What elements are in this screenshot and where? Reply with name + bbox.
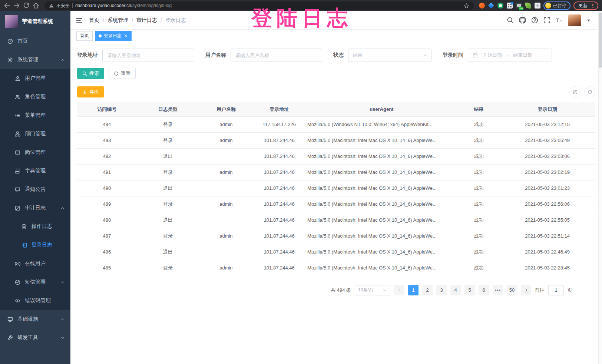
help-icon[interactable] [531, 17, 538, 24]
table-cell: 登录 [137, 260, 199, 276]
pagination: 共 494 条 10条/页 123456•••50 前往 1 页 [77, 285, 595, 295]
pagination-pages: 123456•••50 [408, 285, 517, 295]
table-cell: Mozilla/5.0 (Macintosh; Intel Mac OS X 1… [305, 148, 458, 164]
pagination-prev-button[interactable] [394, 285, 404, 295]
browser-reload-icon[interactable] [23, 2, 30, 9]
pagination-page-50[interactable]: 50 [507, 285, 517, 295]
sidebar-item-label: 研发工具 [17, 334, 38, 341]
breadcrumb-separator: / [161, 17, 162, 23]
caret-down-icon[interactable] [586, 18, 591, 23]
app-title: 芋道管理系统 [22, 18, 53, 25]
breadcrumb-item[interactable]: 首页 [89, 17, 99, 24]
table-cell: Mozilla/5.0 (Macintosh; Intel Mac OS X 1… [305, 196, 458, 212]
app-logo-row[interactable]: 芋道管理系统 [0, 11, 70, 32]
table-cell: Mozilla/5.0 (Macintosh; Intel Mac OS X 1… [305, 260, 458, 276]
sidebar-item-system-management[interactable]: 系统管理 [0, 50, 70, 69]
tag-label: 首页 [80, 33, 89, 39]
table-cell: 成功 [458, 132, 500, 148]
search-icon[interactable] [507, 17, 514, 24]
sidebar-item-home[interactable]: 首页 [0, 32, 70, 50]
page-size-select[interactable]: 10条/页 [355, 285, 390, 295]
table-cell: 成功 [458, 164, 500, 180]
login-log-table: 访问编号日志类型用户名称登录地址userAgent结果登录日期 494登录adm… [77, 102, 595, 276]
sidebar-item-post-management[interactable]: 岗位管理 [0, 143, 70, 162]
tag-登录日志[interactable]: 登录日志 [95, 31, 132, 41]
table-cell: 登录 [137, 196, 199, 212]
sidebar-item-sms-management[interactable]: 短信管理 [0, 273, 70, 291]
table-row: 486退出101.87.244.46Mozilla/5.0 (Macintosh… [77, 244, 595, 260]
refresh-table-button[interactable] [584, 86, 595, 97]
pagination-page-6[interactable]: 6 [479, 285, 489, 295]
search-button[interactable]: 搜索 [77, 68, 104, 79]
login-time-range-picker[interactable]: 开始日期 - 结束日期 [468, 49, 552, 62]
leaf-extension-icon[interactable] [525, 3, 531, 9]
hide-search-button[interactable] [569, 86, 580, 97]
sidebar-item-menu-management[interactable]: 菜单管理 [0, 106, 70, 125]
scrollbar-thumb[interactable] [599, 12, 602, 68]
browser-home-icon[interactable] [33, 2, 39, 9]
page-scrollbar[interactable] [598, 11, 602, 364]
sidebar-item-dict-management[interactable]: 字典管理 [0, 162, 70, 180]
sidebar-toggle-icon[interactable] [76, 17, 83, 24]
user-avatar[interactable] [568, 14, 581, 26]
sidebar-item-error-code-management[interactable]: 错误码管理 [0, 291, 70, 310]
pagination-page-5[interactable]: 5 [464, 285, 475, 295]
browser-profile-pill[interactable]: 已暂停 [543, 1, 570, 10]
reset-button[interactable]: 重置 [109, 68, 136, 79]
table-cell: 2021-05-03 22:55:05 [499, 212, 595, 228]
pagination-page-4[interactable]: 4 [450, 285, 461, 295]
status-select[interactable]: 结果 [348, 49, 431, 62]
doc-icon [22, 224, 27, 229]
sidebar-item-operation-log[interactable]: 操作日志 [0, 217, 70, 236]
table-cell: admin [199, 260, 254, 276]
sidebar-item-infrastructure[interactable]: 基础设施 [0, 310, 70, 328]
tag-首页[interactable]: 首页 [76, 31, 93, 41]
grid-extension-icon[interactable] [507, 3, 513, 9]
username-input[interactable] [231, 49, 322, 62]
pagination-page-1[interactable]: 1 [408, 285, 419, 295]
pagination-ellipsis[interactable]: ••• [493, 285, 503, 295]
blue-gem-extension-icon[interactable] [488, 3, 494, 9]
filter-group-status: 状态 结果 [333, 49, 431, 62]
sidebar-item-role-management[interactable]: 角色管理 [0, 87, 70, 106]
browser-forward-icon[interactable] [13, 2, 20, 9]
login-doc-icon [22, 242, 27, 248]
pagination-page-3[interactable]: 3 [436, 285, 447, 295]
browser-menu-icon[interactable]: ⋮ [591, 3, 595, 9]
sidebar-item-label: 审计日志 [25, 205, 46, 211]
table-cell: 成功 [458, 212, 500, 228]
fullscreen-icon[interactable] [543, 17, 550, 24]
sidebar-item-label: 首页 [17, 38, 28, 44]
breadcrumb-item[interactable]: 系统管理 [108, 17, 128, 24]
sidebar-item-audit-log[interactable]: 审计日志 [0, 199, 70, 217]
dashboard-icon [7, 39, 13, 44]
table-body: 494登录admin117.159.17.226Mozilla/5.0 (Win… [77, 116, 595, 276]
sidebar-item-user-management[interactable]: 用户管理 [0, 69, 70, 87]
font-size-icon[interactable]: TT [556, 17, 563, 24]
sidebar-item-label: 在线用户 [25, 260, 46, 267]
table-cell: 2021-05-03 23:12:15 [499, 116, 595, 132]
orange-circle-extension-icon[interactable] [479, 3, 485, 9]
pagination-next-button[interactable] [521, 285, 531, 295]
login-address-input[interactable] [102, 49, 194, 62]
pagination-page-2[interactable]: 2 [422, 285, 433, 295]
sidebar-item-notice-announcement[interactable]: 通知公告 [0, 180, 70, 199]
puzzle-extension-icon[interactable] [535, 3, 540, 9]
green-circle-extension-icon[interactable] [497, 3, 503, 9]
breadcrumb-item[interactable]: 审计日志 [136, 17, 157, 24]
bookmark-star-icon[interactable] [464, 3, 469, 9]
sidebar-item-online-users[interactable]: 在线用户 [0, 254, 70, 273]
export-button[interactable]: 导出 [77, 86, 104, 97]
table-cell: 成功 [458, 180, 500, 196]
browser-update-button[interactable]: 更新 ⋮ [573, 1, 598, 10]
list-on-extension-icon[interactable]: on [516, 3, 522, 9]
sidebar-item-dev-tools[interactable]: 研发工具 [0, 328, 70, 347]
role-icon [15, 94, 20, 100]
browser-back-icon[interactable] [4, 2, 10, 9]
github-icon[interactable] [519, 17, 526, 24]
close-icon[interactable] [124, 34, 128, 38]
pagination-goto-input[interactable]: 1 [548, 285, 564, 295]
sidebar-item-login-log[interactable]: 登录日志 [0, 236, 70, 254]
sidebar-item-dept-management[interactable]: 部门管理 [0, 125, 70, 143]
pagination-total: 共 494 条 [331, 287, 351, 294]
